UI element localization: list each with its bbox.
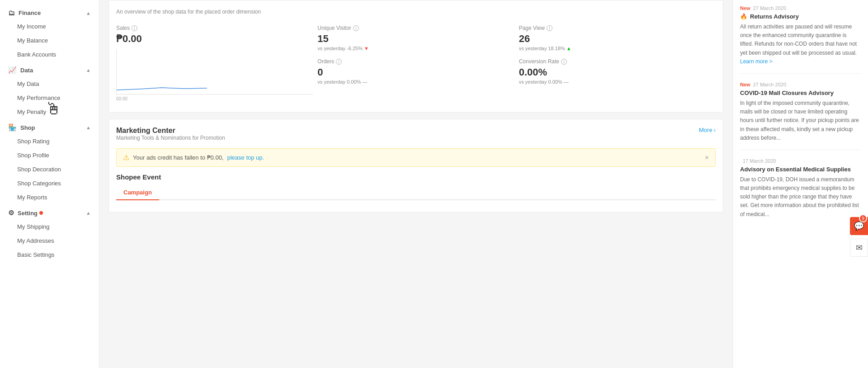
uv-value: 15: [317, 33, 514, 45]
marketing-card: Marketing Center Marketing Tools & Nomin…: [108, 119, 723, 212]
data-icon: 📈: [8, 66, 17, 74]
sidebar-item-bank-accounts[interactable]: Bank Accounts: [0, 47, 99, 61]
chat-badge: 9: [859, 214, 867, 222]
uv-info-icon[interactable]: i: [353, 25, 359, 31]
news-title: 🔥Returns Advisory: [740, 13, 861, 20]
learn-more-link[interactable]: Learn more >: [740, 58, 773, 65]
sidebar-section-label-data: Data: [20, 67, 33, 74]
chevron-up-icon: ▲: [86, 10, 91, 16]
news-item-advisory-medical: 17 March 2020 Advisory on Essential Medi…: [740, 157, 861, 226]
news-title: COVID-19 Mall Closures Advisory: [740, 90, 861, 96]
marketing-header: Marketing Center Marketing Tools & Nomin…: [116, 127, 716, 146]
right-panel: New27 March 2020 🔥Returns Advisory All r…: [732, 0, 868, 368]
mail-button[interactable]: ✉: [850, 239, 868, 257]
chat-icon: 💬: [854, 221, 864, 231]
event-tabs: Campaign: [116, 185, 716, 200]
news-date: 27 March 2020: [753, 5, 786, 11]
sidebar-section-shop[interactable]: 🏪 Shop ▲: [0, 119, 99, 134]
mail-icon: ✉: [856, 243, 863, 253]
stats-grid: Sales i ₱0.00 00:00 Unique Visitor i: [116, 21, 716, 105]
right-stats: Page View i 26 vs yesterday 18.18% ▲ Con…: [519, 21, 716, 105]
sales-value: ₱0.00: [116, 33, 313, 45]
sales-stat: Sales i ₱0.00 00:00: [116, 21, 313, 105]
ads-alert-text: Your ads credit has fallen to ₱0.00,: [133, 154, 223, 161]
orders-stat: Orders i 0 vs yesterday 0.00% —: [317, 55, 514, 88]
orders-value: 0: [317, 66, 514, 78]
pv-compare: vs yesterday 18.18% ▲: [519, 46, 716, 51]
marketing-title: Marketing Center: [116, 127, 225, 135]
close-icon[interactable]: ×: [705, 154, 709, 162]
news-item-covid-mall: New27 March 2020 COVID-19 Mall Closures …: [740, 81, 861, 150]
conv-info-icon[interactable]: i: [561, 59, 567, 65]
middle-stats: Unique Visitor i 15 vs yesterday -6.25% …: [317, 21, 514, 105]
sidebar-item-my-penalty[interactable]: My Penalty: [0, 105, 99, 119]
chevron-up-icon: ▲: [86, 67, 91, 73]
pv-direction-icon: ▲: [566, 46, 571, 51]
uv-direction-icon: ▼: [364, 46, 369, 51]
setting-icon: ⚙: [8, 209, 14, 217]
sidebar-section-label-setting: Setting: [18, 210, 38, 217]
orders-info-icon[interactable]: i: [336, 59, 342, 65]
fire-icon: 🔥: [740, 13, 747, 20]
stats-subtitle: An overview of the shop data for the pla…: [116, 9, 716, 15]
sales-chart: [116, 49, 313, 94]
sidebar-item-shop-categories[interactable]: Shop Categories: [0, 176, 99, 190]
chat-button[interactable]: 💬 9: [850, 217, 868, 235]
sidebar: 🗂 Finance ▲ My IncomeMy BalanceBank Acco…: [0, 0, 99, 368]
setting-dot: [39, 211, 43, 215]
pv-value: 26: [519, 33, 716, 45]
chart-time-label: 00:00: [116, 96, 313, 101]
marketing-subtitle: Marketing Tools & Nominations for Promot…: [116, 135, 225, 141]
conv-label: Conversion Rate i: [519, 58, 716, 65]
conv-value: 0.00%: [519, 66, 716, 78]
sidebar-section-finance[interactable]: 🗂 Finance ▲: [0, 5, 99, 19]
sidebar-item-shop-rating[interactable]: Shop Rating: [0, 134, 99, 148]
chart-svg: [117, 49, 313, 94]
event-title: Shopee Event: [116, 173, 716, 181]
chevron-up-icon: ▲: [86, 210, 91, 216]
orders-compare: vs yesterday 0.00% —: [317, 79, 514, 85]
sidebar-item-my-shipping[interactable]: My Shipping: [0, 220, 99, 234]
warning-icon: ⚠: [123, 153, 129, 162]
tab-campaign[interactable]: Campaign: [116, 185, 159, 200]
uv-label: Unique Visitor i: [317, 25, 514, 31]
news-date: 17 March 2020: [743, 158, 776, 164]
sidebar-item-my-balance[interactable]: My Balance: [0, 33, 99, 47]
sidebar-item-my-income[interactable]: My Income: [0, 19, 99, 33]
news-body: Due to COVID-19, DOH issued a memorandum…: [740, 175, 861, 219]
sidebar-item-basic-settings[interactable]: Basic Settings: [0, 248, 99, 262]
ads-alert-link[interactable]: please top up.: [227, 154, 264, 161]
news-badge: New: [740, 5, 750, 11]
ads-alert-content: ⚠ Your ads credit has fallen to ₱0.00, p…: [123, 153, 264, 162]
news-body: All return activities are paused and wil…: [740, 23, 861, 66]
sidebar-section-label-shop: Shop: [20, 124, 35, 131]
shop-icon: 🏪: [8, 123, 17, 132]
sidebar-section-setting[interactable]: ⚙ Setting ▲: [0, 204, 99, 220]
sidebar-section-data[interactable]: 📈 Data ▲: [0, 61, 99, 77]
news-title: Advisory on Essential Medical Supplies: [740, 166, 861, 173]
marketing-more-button[interactable]: More ›: [699, 127, 716, 133]
sidebar-item-shop-decoration[interactable]: Shop Decoration: [0, 162, 99, 176]
news-date: 27 March 2020: [753, 82, 786, 87]
orders-label: Orders i: [317, 58, 514, 65]
sidebar-item-my-data[interactable]: My Data: [0, 77, 99, 91]
sidebar-item-my-performance[interactable]: My Performance: [0, 91, 99, 105]
stats-card: An overview of the shop data for the pla…: [108, 0, 723, 113]
news-item-returns-advisory: New27 March 2020 🔥Returns Advisory All r…: [740, 5, 861, 74]
sales-info-icon[interactable]: i: [132, 25, 137, 31]
page-view-stat: Page View i 26 vs yesterday 18.18% ▲: [519, 21, 716, 55]
main-content: An overview of the shop data for the pla…: [99, 0, 732, 368]
marketing-title-area: Marketing Center Marketing Tools & Nomin…: [116, 127, 225, 146]
chevron-up-icon: ▲: [86, 125, 91, 130]
sidebar-item-my-addresses[interactable]: My Addresses: [0, 234, 99, 248]
unique-visitor-stat: Unique Visitor i 15 vs yesterday -6.25% …: [317, 21, 514, 55]
finance-icon: 🗂: [8, 9, 15, 17]
sidebar-item-my-reports[interactable]: My Reports: [0, 190, 99, 204]
pv-info-icon[interactable]: i: [547, 25, 552, 31]
pv-label: Page View i: [519, 25, 716, 31]
uv-compare: vs yesterday -6.25% ▼: [317, 46, 514, 51]
conversion-stat: Conversion Rate i 0.00% vs yesterday 0.0…: [519, 55, 716, 88]
conv-compare: vs yesterday 0.00% —: [519, 79, 716, 85]
sidebar-item-shop-profile[interactable]: Shop Profile: [0, 148, 99, 162]
sales-label: Sales i: [116, 25, 313, 31]
